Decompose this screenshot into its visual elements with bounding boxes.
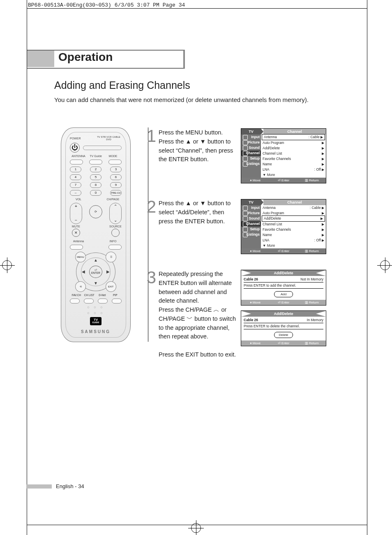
nav-pad: ▲▼◀▶ ⏎ENTER MENU ☰ ⟲ EXIT [76,252,115,291]
osd-delete: Add/Delete Cable 26In Memory Press ENTER… [241,310,326,346]
print-header: BP68-00513A-00Eng(030~053) 6/3/05 3:07 P… [28,2,185,8]
section-band: Operation [27,50,118,67]
osd-add: Add/Delete Cable 26Not In Memory Press E… [241,270,326,306]
step-3: 3 Repeatedly pressing the ENTER button w… [142,270,326,359]
page-footer: English - 34 [26,484,84,489]
registration-mark-left [1,259,13,271]
intro-text: You can add channels that were not memor… [54,95,309,104]
remote-illustration: POWERTV STB VCR CABLE DVD ⏻ ANTENNATV Gu… [61,127,131,342]
step-text: Press the ▲ or ▼ button to select “Add/D… [156,199,237,259]
step-text: Repeatedly pressing the ENTER button wil… [156,270,237,359]
osd-screenshot-1: TVChannel InputPictureSoundChannelSetupL… [241,128,326,183]
step-text: Press the MENU button. Press the ▲ or ▼ … [156,128,237,188]
step-2: 2 Press the ▲ or ▼ button to select “Add… [142,199,326,259]
registration-mark-bottom [190,522,202,534]
power-icon: ⏻ [70,143,80,153]
add-button[interactable]: Add [274,291,293,297]
step-1: 1 Press the MENU button. Press the ▲ or … [142,128,326,188]
section-title: Operation [54,50,118,67]
page-subtitle: Adding and Erasing Channels [54,80,190,90]
delete-button[interactable]: Delete [274,332,293,338]
osd-screenshot-2: TVChannel InputPictureSoundChannelSetupL… [241,199,326,254]
registration-mark-right [379,259,391,271]
